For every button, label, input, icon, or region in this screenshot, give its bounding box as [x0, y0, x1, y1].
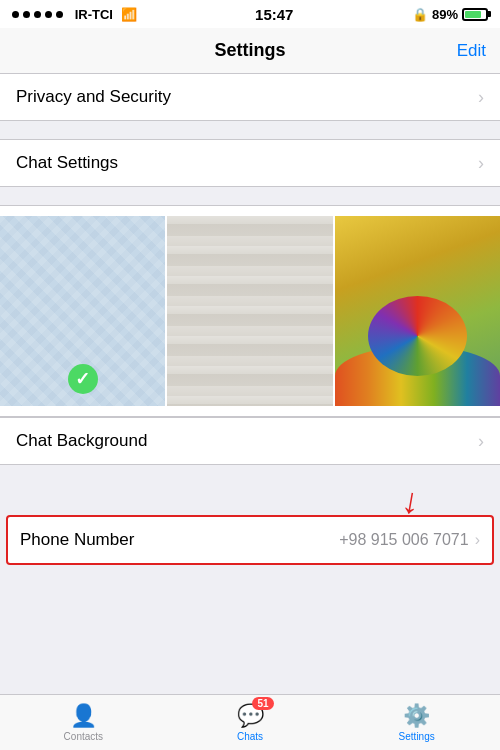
- phone-number-value: +98 915 006 7071 ›: [339, 531, 480, 549]
- signal-dot: [56, 11, 63, 18]
- chat-background-section: Chat Background ›: [0, 417, 500, 465]
- battery-percent: 89%: [432, 7, 458, 22]
- phone-number-section: Phone Number +98 915 006 7071 ›: [6, 515, 494, 565]
- wallpaper-section: ✓: [0, 205, 500, 417]
- chevron-right-icon: ›: [478, 87, 484, 108]
- phone-number-row[interactable]: Phone Number +98 915 006 7071 ›: [8, 517, 492, 563]
- chat-settings-label: Chat Settings: [16, 153, 118, 173]
- battery-icon: [462, 8, 488, 21]
- chat-background-label: Chat Background: [16, 431, 147, 451]
- edit-button[interactable]: Edit: [457, 41, 486, 61]
- wallpaper-option-1[interactable]: ✓: [0, 216, 167, 406]
- settings-icon: ⚙️: [403, 703, 430, 729]
- contacts-icon: 👤: [70, 703, 97, 729]
- status-bar: IR-TCI 📶 15:47 🔒 89%: [0, 0, 500, 28]
- chat-background-row[interactable]: Chat Background ›: [0, 418, 500, 464]
- signal-dot: [34, 11, 41, 18]
- status-time: 15:47: [255, 6, 293, 23]
- wallpaper-option-3[interactable]: [335, 216, 500, 406]
- chevron-right-icon: ›: [478, 153, 484, 174]
- wallpaper-option-2[interactable]: [167, 216, 334, 406]
- tab-chats[interactable]: 💬 51 Chats: [167, 695, 334, 750]
- tab-bar: 👤 Contacts 💬 51 Chats ⚙️ Settings: [0, 694, 500, 750]
- phone-section-wrapper: ↓ Phone Number +98 915 006 7071 ›: [0, 483, 500, 565]
- lock-icon: 🔒: [412, 7, 428, 22]
- tab-settings[interactable]: ⚙️ Settings: [333, 695, 500, 750]
- carrier-name: IR-TCI: [75, 7, 113, 22]
- chat-settings-section: Chat Settings ›: [0, 139, 500, 187]
- battery-fill: [465, 11, 481, 18]
- carrier-signal: IR-TCI 📶: [12, 7, 137, 22]
- chats-icon: 💬 51: [237, 703, 264, 729]
- nav-bar: Settings Edit: [0, 28, 500, 74]
- chats-badge: 51: [252, 697, 273, 710]
- arrow-container: ↓: [0, 483, 500, 519]
- chat-settings-row[interactable]: Chat Settings ›: [0, 140, 500, 186]
- contacts-label: Contacts: [64, 731, 103, 742]
- section-gap-1: [0, 121, 500, 139]
- wallpaper-grid: ✓: [0, 216, 500, 406]
- selected-checkmark: ✓: [68, 364, 98, 394]
- settings-label: Settings: [399, 731, 435, 742]
- signal-dot: [23, 11, 30, 18]
- section-gap-2: [0, 187, 500, 205]
- tab-contacts[interactable]: 👤 Contacts: [0, 695, 167, 750]
- battery-area: 🔒 89%: [412, 7, 488, 22]
- signal-dot: [45, 11, 52, 18]
- privacy-label: Privacy and Security: [16, 87, 171, 107]
- signal-dot: [12, 11, 19, 18]
- privacy-row[interactable]: Privacy and Security ›: [0, 74, 500, 120]
- phone-number-label: Phone Number: [20, 530, 134, 550]
- chevron-right-icon: ›: [475, 531, 480, 549]
- chats-label: Chats: [237, 731, 263, 742]
- nav-title: Settings: [214, 40, 285, 61]
- phone-number-text: +98 915 006 7071: [339, 531, 468, 549]
- privacy-section: Privacy and Security ›: [0, 74, 500, 121]
- chevron-right-icon: ›: [478, 431, 484, 452]
